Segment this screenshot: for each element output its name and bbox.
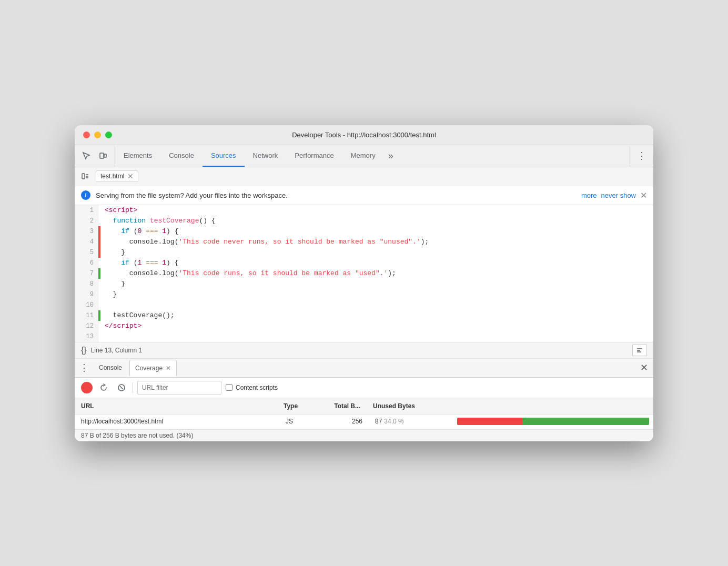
table-row: 2 function testCoverage() { [75,216,653,226]
coverage-footer: 87 B of 256 B bytes are not used. (34%) [75,429,653,441]
device-toolbar-icon[interactable] [96,148,110,163]
pretty-print-button[interactable] [632,345,647,356]
bottom-panel: ⋮ Console Coverage ✕ ✕ [75,359,653,441]
devtools-toolbar: Elements Console Sources Network Perform… [75,145,653,167]
file-tab-close-icon[interactable]: ✕ [127,172,134,180]
table-header: URL Type Total B... Unused Bytes [75,398,653,415]
sources-toolbar: test.html ✕ [75,167,653,186]
tab-sources[interactable]: Sources [203,145,245,167]
coverage-toolbar: Content scripts [75,378,653,398]
code-editor[interactable]: 1 <script> 2 function testCoverage() { 3… [75,205,653,342]
table-row: 10 [75,300,653,310]
col-header-total: Total B... [319,400,367,412]
table-row: 13 [75,331,653,342]
tab-console[interactable]: Console [160,145,203,167]
tab-performance[interactable]: Performance [286,145,342,167]
unused-bar-segment [457,418,522,425]
tab-elements[interactable]: Elements [115,145,160,167]
toolbar-icons [75,145,115,167]
row-bar [453,416,653,427]
coverage-bar [457,418,649,425]
url-filter-input[interactable] [137,381,221,395]
table-row: 7 console.log('This code runs, so it sho… [75,268,653,279]
inspect-element-icon[interactable] [79,148,94,163]
info-close-icon[interactable]: ✕ [640,190,647,200]
table-row: 8 } [75,279,653,289]
close-bottom-panel-icon[interactable]: ✕ [636,360,651,375]
record-coverage-button[interactable] [81,382,93,393]
svg-rect-2 [82,174,85,179]
code-lines: 1 <script> 2 function testCoverage() { 3… [75,205,653,342]
devtools-menu-button[interactable]: ⋮ [634,148,649,163]
minimize-button[interactable] [94,132,101,138]
table-row: 3 if (0 === 1) { [75,226,653,237]
tab-network[interactable]: Network [245,145,287,167]
coverage-table-row[interactable]: http://localhost:3000/test.html JS 256 8… [75,415,653,429]
table-row: 6 if (1 === 1) { [75,258,653,268]
info-bar: i Serving from the file system? Add your… [75,186,653,205]
table-row: 5 } [75,247,653,258]
info-links: more never show ✕ [581,190,647,200]
svg-rect-1 [104,154,106,157]
traffic-lights [83,132,112,138]
tab-coverage[interactable]: Coverage ✕ [129,360,177,377]
row-type: JS [279,416,321,427]
info-icon: i [81,190,90,200]
status-bar: {} Line 13, Column 1 [75,342,653,359]
main-tab-bar: Elements Console Sources Network Perform… [115,145,630,167]
bottom-menu-icon[interactable]: ⋮ [77,360,92,375]
content-scripts-checkbox-label[interactable]: Content scripts [226,384,278,391]
coverage-tab-close-icon[interactable]: ✕ [166,365,171,372]
col-header-unused: Unused Bytes [367,400,451,412]
table-row: 4 console.log('This code never runs, so … [75,237,653,247]
more-link[interactable]: more [581,191,597,199]
more-tabs-button[interactable]: » [384,145,398,167]
row-url: http://localhost:3000/test.html [75,416,279,427]
table-row: 9 } [75,289,653,300]
coverage-table: URL Type Total B... Unused Bytes http://… [75,398,653,429]
tab-console-bottom[interactable]: Console [94,359,127,376]
svg-line-10 [120,386,123,389]
bottom-tab-bar: ⋮ Console Coverage ✕ ✕ [75,359,653,378]
format-icon[interactable]: {} [81,346,87,355]
svg-rect-0 [100,153,104,158]
separator [133,382,133,393]
maximize-button[interactable] [105,132,112,138]
file-tab[interactable]: test.html ✕ [96,170,138,182]
content-scripts-checkbox[interactable] [226,384,232,391]
devtools-window: Developer Tools - http://localhost:3000/… [75,125,653,441]
tab-memory[interactable]: Memory [342,145,384,167]
used-bar-segment [522,418,649,425]
col-header-url: URL [75,400,277,412]
cursor-position: Line 13, Column 1 [91,347,628,354]
file-tab-name: test.html [100,173,124,180]
clear-coverage-icon[interactable] [115,381,128,395]
col-header-type: Type [277,400,319,412]
reload-coverage-icon[interactable] [97,381,110,395]
col-header-bar [451,400,653,412]
toolbar-right: ⋮ [630,145,653,167]
row-unused: 87 34.0 % [369,416,453,427]
title-bar: Developer Tools - http://localhost:3000/… [75,125,653,145]
row-total: 256 [321,416,369,427]
table-row: 11 testCoverage(); [75,310,653,321]
show-navigator-icon[interactable] [79,170,92,183]
table-row: 1 <script> [75,205,653,216]
info-message: Serving from the file system? Add your f… [96,191,576,199]
window-title: Developer Tools - http://localhost:3000/… [292,131,436,139]
table-row: 12 </script> [75,321,653,331]
never-show-link[interactable]: never show [601,191,636,199]
close-button[interactable] [83,132,90,138]
